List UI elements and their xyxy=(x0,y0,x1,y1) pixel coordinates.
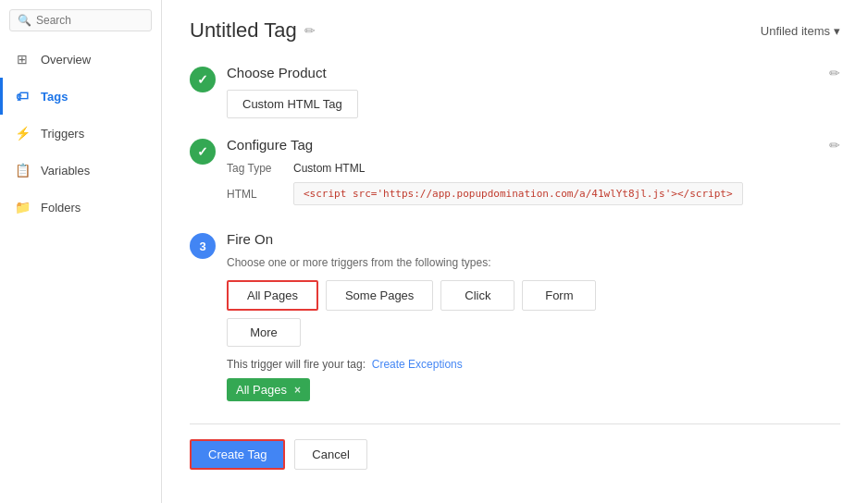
tag-type-label: Tag Type xyxy=(227,162,282,175)
tags-icon: 🏷 xyxy=(13,87,31,105)
sidebar-item-label: Overview xyxy=(41,53,91,67)
search-box[interactable]: 🔍 xyxy=(9,9,152,31)
edit-icon[interactable]: ✏ xyxy=(304,23,316,38)
sidebar-item-triggers[interactable]: ⚡ Triggers xyxy=(0,115,161,152)
page-header: Untitled Tag ✏ Unfiled items ▾ xyxy=(190,18,840,43)
sidebar-item-tags[interactable]: 🏷 Tags xyxy=(0,78,161,115)
configure-tag-content: Configure Tag ✏ Tag Type Custom HTML HTM… xyxy=(227,137,840,213)
configure-tag-edit-icon[interactable]: ✏ xyxy=(829,138,840,153)
configure-tag-header: Configure Tag ✏ xyxy=(227,137,840,153)
create-tag-button[interactable]: Create Tag xyxy=(190,439,285,470)
configure-tag-title: Configure Tag xyxy=(227,137,313,153)
fire-on-description: Choose one or more triggers from the fol… xyxy=(227,256,840,269)
html-code: <script src='https://app.popupdomination… xyxy=(293,182,743,205)
fire-trigger-label: This trigger will fire your tag: Create … xyxy=(227,358,840,371)
html-row: HTML <script src='https://app.popupdomin… xyxy=(227,182,840,205)
trigger-click-button[interactable]: Click xyxy=(440,280,515,311)
tag-config: Tag Type Custom HTML HTML <script src='h… xyxy=(227,162,840,205)
trigger-form-button[interactable]: Form xyxy=(522,280,596,311)
custom-html-tag-button[interactable]: Custom HTML Tag xyxy=(227,90,358,118)
html-label: HTML xyxy=(227,188,282,201)
configure-tag-check-icon: ✓ xyxy=(190,139,216,165)
tag-type-value: Custom HTML xyxy=(293,162,365,175)
configure-tag-section: ✓ Configure Tag ✏ Tag Type Custom HTML H… xyxy=(190,137,840,213)
choose-product-section: ✓ Choose Product ✏ Custom HTML Tag xyxy=(190,65,840,118)
sidebar-item-label: Variables xyxy=(41,164,90,178)
sidebar-nav: ⊞ Overview 🏷 Tags ⚡ Triggers 📋 Variables… xyxy=(0,41,161,226)
unfiled-label: Unfiled items xyxy=(761,24,830,38)
create-exceptions-link[interactable]: Create Exceptions xyxy=(372,358,463,371)
fire-on-step-icon: 3 xyxy=(190,233,216,259)
fire-on-header: Fire On xyxy=(227,231,840,247)
search-input[interactable] xyxy=(36,14,143,27)
trigger-some-pages-button[interactable]: Some Pages xyxy=(326,280,433,311)
fire-on-section: 3 Fire On Choose one or more triggers fr… xyxy=(190,231,840,401)
badge-label: All Pages xyxy=(236,383,287,397)
triggers-icon: ⚡ xyxy=(13,124,31,142)
sidebar-item-overview[interactable]: ⊞ Overview xyxy=(0,41,161,78)
sidebar-item-label: Triggers xyxy=(41,127,84,141)
sidebar-item-label: Tags xyxy=(41,90,68,104)
sidebar-item-label: Folders xyxy=(41,201,81,215)
sidebar: 🔍 ⊞ Overview 🏷 Tags ⚡ Triggers 📋 Variabl… xyxy=(0,0,162,503)
all-pages-badge: All Pages × xyxy=(227,378,310,401)
fire-on-title: Fire On xyxy=(227,231,273,247)
bottom-actions: Create Tag Cancel xyxy=(190,423,840,470)
main-content: Untitled Tag ✏ Unfiled items ▾ ✓ Choose … xyxy=(162,0,868,503)
badge-close-button[interactable]: × xyxy=(294,384,301,397)
choose-product-edit-icon[interactable]: ✏ xyxy=(829,66,840,80)
trigger-all-pages-button[interactable]: All Pages xyxy=(227,280,318,311)
active-tag-badge: All Pages × xyxy=(227,378,840,401)
tag-type-row: Tag Type Custom HTML xyxy=(227,162,840,175)
trigger-buttons-row: All Pages Some Pages Click Form xyxy=(227,280,840,311)
cancel-button[interactable]: Cancel xyxy=(294,439,366,470)
folders-icon: 📁 xyxy=(13,198,31,216)
choose-product-title: Choose Product xyxy=(227,65,327,80)
choose-product-check-icon: ✓ xyxy=(190,67,216,92)
choose-product-content: Choose Product ✏ Custom HTML Tag xyxy=(227,65,840,118)
sidebar-item-folders[interactable]: 📁 Folders xyxy=(0,189,161,226)
chevron-down-icon: ▾ xyxy=(834,24,840,38)
page-title: Untitled Tag xyxy=(190,18,297,43)
fire-on-content: Fire On Choose one or more triggers from… xyxy=(227,231,840,401)
sidebar-item-variables[interactable]: 📋 Variables xyxy=(0,152,161,189)
variables-icon: 📋 xyxy=(13,161,31,179)
search-icon: 🔍 xyxy=(18,14,31,27)
overview-icon: ⊞ xyxy=(13,50,31,68)
unfiled-items-button[interactable]: Unfiled items ▾ xyxy=(761,24,840,38)
step-number: 3 xyxy=(199,239,205,253)
page-title-wrap: Untitled Tag ✏ xyxy=(190,18,316,43)
trigger-more-button[interactable]: More xyxy=(227,318,301,347)
trigger-row2: More xyxy=(227,318,840,347)
choose-product-header: Choose Product ✏ xyxy=(227,65,840,80)
